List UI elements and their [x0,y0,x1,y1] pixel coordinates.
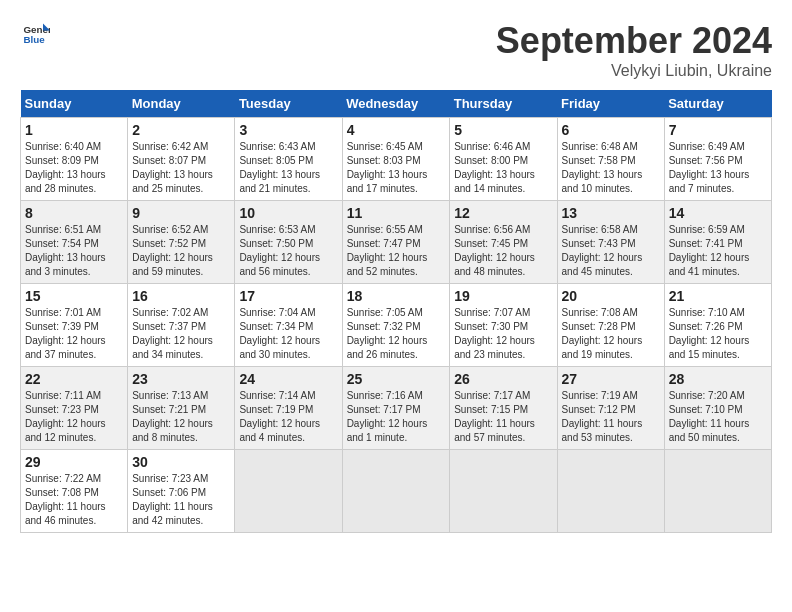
calendar-cell [557,450,664,533]
calendar-cell: 4Sunrise: 6:45 AM Sunset: 8:03 PM Daylig… [342,118,450,201]
day-number: 18 [347,288,446,304]
day-info: Sunrise: 6:52 AM Sunset: 7:52 PM Dayligh… [132,223,230,279]
calendar-cell: 25Sunrise: 7:16 AM Sunset: 7:17 PM Dayli… [342,367,450,450]
day-number: 24 [239,371,337,387]
day-header-saturday: Saturday [664,90,771,118]
day-number: 17 [239,288,337,304]
calendar-cell [342,450,450,533]
calendar-cell: 19Sunrise: 7:07 AM Sunset: 7:30 PM Dayli… [450,284,557,367]
calendar-cell: 29Sunrise: 7:22 AM Sunset: 7:08 PM Dayli… [21,450,128,533]
calendar-cell: 17Sunrise: 7:04 AM Sunset: 7:34 PM Dayli… [235,284,342,367]
day-header-thursday: Thursday [450,90,557,118]
day-info: Sunrise: 7:14 AM Sunset: 7:19 PM Dayligh… [239,389,337,445]
day-header-tuesday: Tuesday [235,90,342,118]
day-number: 5 [454,122,552,138]
calendar-cell: 10Sunrise: 6:53 AM Sunset: 7:50 PM Dayli… [235,201,342,284]
calendar-cell: 9Sunrise: 6:52 AM Sunset: 7:52 PM Daylig… [128,201,235,284]
day-info: Sunrise: 6:58 AM Sunset: 7:43 PM Dayligh… [562,223,660,279]
day-info: Sunrise: 6:40 AM Sunset: 8:09 PM Dayligh… [25,140,123,196]
calendar-cell: 16Sunrise: 7:02 AM Sunset: 7:37 PM Dayli… [128,284,235,367]
day-info: Sunrise: 6:56 AM Sunset: 7:45 PM Dayligh… [454,223,552,279]
day-number: 27 [562,371,660,387]
day-header-sunday: Sunday [21,90,128,118]
day-number: 1 [25,122,123,138]
day-number: 30 [132,454,230,470]
calendar-cell: 6Sunrise: 6:48 AM Sunset: 7:58 PM Daylig… [557,118,664,201]
day-info: Sunrise: 7:04 AM Sunset: 7:34 PM Dayligh… [239,306,337,362]
day-number: 26 [454,371,552,387]
svg-text:Blue: Blue [23,34,45,45]
calendar-cell [235,450,342,533]
day-header-wednesday: Wednesday [342,90,450,118]
calendar-cell: 20Sunrise: 7:08 AM Sunset: 7:28 PM Dayli… [557,284,664,367]
calendar-cell: 13Sunrise: 6:58 AM Sunset: 7:43 PM Dayli… [557,201,664,284]
day-number: 21 [669,288,767,304]
day-number: 7 [669,122,767,138]
title-section: September 2024 Velykyi Liubin, Ukraine [496,20,772,80]
day-info: Sunrise: 7:10 AM Sunset: 7:26 PM Dayligh… [669,306,767,362]
logo: General Blue [20,20,50,52]
day-number: 12 [454,205,552,221]
day-number: 19 [454,288,552,304]
calendar-table: SundayMondayTuesdayWednesdayThursdayFrid… [20,90,772,533]
day-info: Sunrise: 6:42 AM Sunset: 8:07 PM Dayligh… [132,140,230,196]
day-info: Sunrise: 7:01 AM Sunset: 7:39 PM Dayligh… [25,306,123,362]
day-info: Sunrise: 7:19 AM Sunset: 7:12 PM Dayligh… [562,389,660,445]
calendar-cell: 22Sunrise: 7:11 AM Sunset: 7:23 PM Dayli… [21,367,128,450]
day-number: 14 [669,205,767,221]
location-title: Velykyi Liubin, Ukraine [496,62,772,80]
calendar-cell: 26Sunrise: 7:17 AM Sunset: 7:15 PM Dayli… [450,367,557,450]
calendar-week-row: 8Sunrise: 6:51 AM Sunset: 7:54 PM Daylig… [21,201,772,284]
calendar-cell: 11Sunrise: 6:55 AM Sunset: 7:47 PM Dayli… [342,201,450,284]
calendar-week-row: 22Sunrise: 7:11 AM Sunset: 7:23 PM Dayli… [21,367,772,450]
day-number: 4 [347,122,446,138]
day-info: Sunrise: 6:43 AM Sunset: 8:05 PM Dayligh… [239,140,337,196]
day-header-friday: Friday [557,90,664,118]
calendar-cell: 14Sunrise: 6:59 AM Sunset: 7:41 PM Dayli… [664,201,771,284]
calendar-cell: 2Sunrise: 6:42 AM Sunset: 8:07 PM Daylig… [128,118,235,201]
day-number: 25 [347,371,446,387]
day-info: Sunrise: 6:51 AM Sunset: 7:54 PM Dayligh… [25,223,123,279]
day-info: Sunrise: 7:05 AM Sunset: 7:32 PM Dayligh… [347,306,446,362]
day-info: Sunrise: 7:20 AM Sunset: 7:10 PM Dayligh… [669,389,767,445]
month-title: September 2024 [496,20,772,62]
calendar-week-row: 29Sunrise: 7:22 AM Sunset: 7:08 PM Dayli… [21,450,772,533]
calendar-cell: 3Sunrise: 6:43 AM Sunset: 8:05 PM Daylig… [235,118,342,201]
calendar-cell: 15Sunrise: 7:01 AM Sunset: 7:39 PM Dayli… [21,284,128,367]
day-info: Sunrise: 6:55 AM Sunset: 7:47 PM Dayligh… [347,223,446,279]
day-info: Sunrise: 7:22 AM Sunset: 7:08 PM Dayligh… [25,472,123,528]
calendar-week-row: 1Sunrise: 6:40 AM Sunset: 8:09 PM Daylig… [21,118,772,201]
calendar-cell: 7Sunrise: 6:49 AM Sunset: 7:56 PM Daylig… [664,118,771,201]
calendar-cell [450,450,557,533]
calendar-cell [664,450,771,533]
day-number: 22 [25,371,123,387]
day-number: 28 [669,371,767,387]
day-number: 8 [25,205,123,221]
calendar-body: 1Sunrise: 6:40 AM Sunset: 8:09 PM Daylig… [21,118,772,533]
calendar-cell: 28Sunrise: 7:20 AM Sunset: 7:10 PM Dayli… [664,367,771,450]
calendar-cell: 23Sunrise: 7:13 AM Sunset: 7:21 PM Dayli… [128,367,235,450]
calendar-cell: 12Sunrise: 6:56 AM Sunset: 7:45 PM Dayli… [450,201,557,284]
calendar-cell: 18Sunrise: 7:05 AM Sunset: 7:32 PM Dayli… [342,284,450,367]
day-number: 23 [132,371,230,387]
page-header: General Blue September 2024 Velykyi Liub… [20,20,772,80]
calendar-cell: 30Sunrise: 7:23 AM Sunset: 7:06 PM Dayli… [128,450,235,533]
calendar-header-row: SundayMondayTuesdayWednesdayThursdayFrid… [21,90,772,118]
day-number: 11 [347,205,446,221]
day-info: Sunrise: 7:23 AM Sunset: 7:06 PM Dayligh… [132,472,230,528]
calendar-cell: 27Sunrise: 7:19 AM Sunset: 7:12 PM Dayli… [557,367,664,450]
day-number: 15 [25,288,123,304]
day-info: Sunrise: 7:07 AM Sunset: 7:30 PM Dayligh… [454,306,552,362]
day-info: Sunrise: 6:53 AM Sunset: 7:50 PM Dayligh… [239,223,337,279]
day-number: 29 [25,454,123,470]
day-number: 16 [132,288,230,304]
day-number: 20 [562,288,660,304]
calendar-week-row: 15Sunrise: 7:01 AM Sunset: 7:39 PM Dayli… [21,284,772,367]
day-info: Sunrise: 6:46 AM Sunset: 8:00 PM Dayligh… [454,140,552,196]
day-number: 2 [132,122,230,138]
day-info: Sunrise: 7:08 AM Sunset: 7:28 PM Dayligh… [562,306,660,362]
day-number: 13 [562,205,660,221]
day-info: Sunrise: 7:13 AM Sunset: 7:21 PM Dayligh… [132,389,230,445]
calendar-cell: 5Sunrise: 6:46 AM Sunset: 8:00 PM Daylig… [450,118,557,201]
day-info: Sunrise: 6:59 AM Sunset: 7:41 PM Dayligh… [669,223,767,279]
